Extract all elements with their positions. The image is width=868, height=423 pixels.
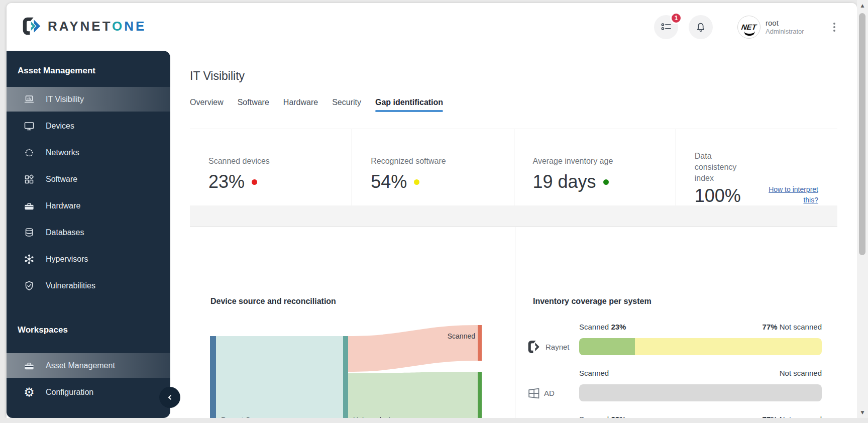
charts-row: Device source and reconciliation Raynet …	[170, 227, 857, 418]
notifications-button[interactable]	[689, 15, 713, 39]
tasks-button[interactable]: 1	[654, 15, 678, 39]
database-icon	[24, 227, 35, 238]
status-dot	[603, 179, 609, 185]
kebab-menu-icon[interactable]	[828, 19, 841, 36]
tab-overview[interactable]: Overview	[190, 96, 224, 112]
not-scanned-label: Not scanned	[780, 369, 822, 380]
sankey-flow-not-scanned	[348, 372, 478, 418]
app-window: RAYNETONE 1 NET root Administ	[7, 3, 857, 418]
tab-security[interactable]: Security	[332, 96, 361, 112]
not-scanned-label: 77% Not scanned	[763, 323, 822, 334]
coverage-bar	[579, 338, 822, 355]
tab-gap-identification[interactable]: Gap identification	[375, 96, 443, 112]
user-role: Administrator	[766, 28, 825, 35]
coverage-bar-notscanned-segment	[635, 338, 822, 355]
software-icon	[24, 174, 35, 185]
page-title: IT Visibility	[190, 69, 245, 83]
avatar-arc	[744, 31, 755, 36]
sidebar-item-databases[interactable]: Databases	[7, 220, 170, 245]
sidebar-item-devices[interactable]: Devices	[7, 114, 170, 138]
sankey-node-not-scanned	[478, 372, 482, 418]
sidebar-item-label: Configuration	[46, 388, 93, 397]
stat-label: Recognized software	[371, 156, 513, 167]
sidebar-workspace-list: Asset Management ⚙ Configuration	[7, 353, 170, 404]
windows-icon	[527, 386, 540, 400]
system-label-raynet: Raynet	[527, 338, 577, 355]
sankey-node-unique-devices	[343, 336, 348, 418]
header-actions: 1 NET root Administrator	[654, 3, 857, 51]
coverage-bar-scanned-segment	[579, 338, 635, 355]
page-bottom-strip	[0, 418, 868, 423]
toolbox-icon	[24, 360, 35, 371]
scroll-up-arrow[interactable]: ▲	[857, 1, 868, 10]
how-to-interpret-link[interactable]: How to interpret this?	[762, 184, 818, 205]
sidebar-item-networks[interactable]: Networks	[7, 140, 170, 165]
sidebar-section-title: Asset Management	[18, 64, 170, 78]
scanned-label: Scanned	[579, 369, 609, 380]
top-header: RAYNETONE 1 NET root Administ	[7, 3, 857, 51]
stat-label: Average inventory age	[533, 156, 676, 167]
shield-check-icon	[24, 280, 35, 291]
stat-card-data-consistency-index: Data consistency index 100% How to inter…	[676, 129, 837, 205]
sidebar-item-it-visibility[interactable]: IT Visibility	[7, 87, 170, 112]
sidebar-item-label: Software	[46, 175, 77, 184]
sidebar-item-software[interactable]: Software	[7, 167, 170, 191]
sidebar-item-label: IT Visibility	[46, 95, 84, 104]
sidebar-item-label: Networks	[46, 148, 79, 157]
raynetone-logo-icon	[21, 16, 42, 36]
sidebar-list: IT Visibility Devices	[7, 87, 170, 298]
raynet-logo-icon	[527, 340, 542, 354]
stat-value: 100%	[695, 185, 741, 207]
tasks-icon	[661, 21, 672, 33]
brand-wordmark: RAYNETONE	[48, 19, 146, 34]
status-dot	[252, 179, 257, 185]
stat-label: Scanned devices	[208, 156, 352, 167]
scrollbar-thumb[interactable]	[859, 13, 865, 255]
bell-icon	[695, 21, 707, 33]
sidebar-item-hardware[interactable]: Hardware	[7, 193, 170, 218]
sidebar-item-vulnerabilities[interactable]: Vulnerabilities	[7, 273, 170, 298]
stat-label: Data consistency index	[695, 151, 755, 184]
scanned-label: Scanned 23%	[579, 323, 626, 334]
sankey-chart: Raynet One Unique devices Scanned Not sc…	[209, 322, 483, 418]
user-name: root	[766, 19, 825, 27]
tab-bar: Overview Software Hardware Security Gap …	[190, 96, 443, 112]
sidebar-item-label: Vulnerabilities	[46, 281, 95, 290]
hypervisor-icon	[24, 254, 35, 265]
toolbox-icon	[24, 200, 35, 212]
tab-hardware[interactable]: Hardware	[283, 96, 318, 112]
status-dot	[414, 179, 419, 185]
sidebar-item-label: Devices	[46, 122, 74, 131]
sankey-node-raynet-one	[210, 336, 216, 418]
gear-icon: ⚙	[24, 387, 35, 398]
sidebar-item-asset-management[interactable]: Asset Management	[7, 353, 170, 378]
sidebar-item-hypervisors[interactable]: Hypervisors	[7, 247, 170, 271]
stat-cards: Scanned devices 23% Recognized software …	[190, 129, 837, 227]
panel-divider	[515, 227, 515, 418]
avatar[interactable]: NET	[737, 16, 761, 39]
cards-scroll-track[interactable]	[190, 205, 837, 227]
coverage-bar-no-data	[579, 384, 822, 401]
sidebar-item-label: Hypervisors	[46, 255, 88, 264]
avatar-text: NET	[741, 23, 757, 31]
sankey-flow-source	[216, 336, 343, 418]
main-content: IT Visibility Overview Software Hardware…	[170, 51, 857, 418]
user-meta: root Administrator	[766, 19, 825, 35]
system-label-ad: AD	[527, 384, 577, 401]
tab-software[interactable]: Software	[238, 96, 269, 112]
sidebar: Asset Management IT Visibility Devices	[7, 51, 170, 418]
stat-card-scanned-devices: Scanned devices 23%	[190, 129, 352, 205]
sidebar-section-title: Workspaces	[18, 323, 170, 337]
sankey-title: Device source and reconciliation	[210, 297, 336, 306]
scroll-down-arrow[interactable]: ▼	[857, 408, 868, 417]
vertical-scrollbar[interactable]: ▲ ▼	[857, 0, 868, 418]
sidebar-item-label: Asset Management	[46, 361, 115, 370]
sankey-label-scanned: Scanned	[448, 332, 475, 340]
monitor-icon	[24, 121, 35, 132]
sidebar-item-label: Hardware	[46, 201, 80, 210]
sidebar-item-label: Databases	[46, 228, 84, 237]
sidebar-item-configuration[interactable]: ⚙ Configuration	[7, 380, 170, 404]
raynetone-logo[interactable]: RAYNETONE	[21, 16, 146, 36]
stat-card-recognized-software: Recognized software 54%	[352, 129, 513, 205]
sidebar-collapse-button[interactable]	[159, 387, 180, 408]
